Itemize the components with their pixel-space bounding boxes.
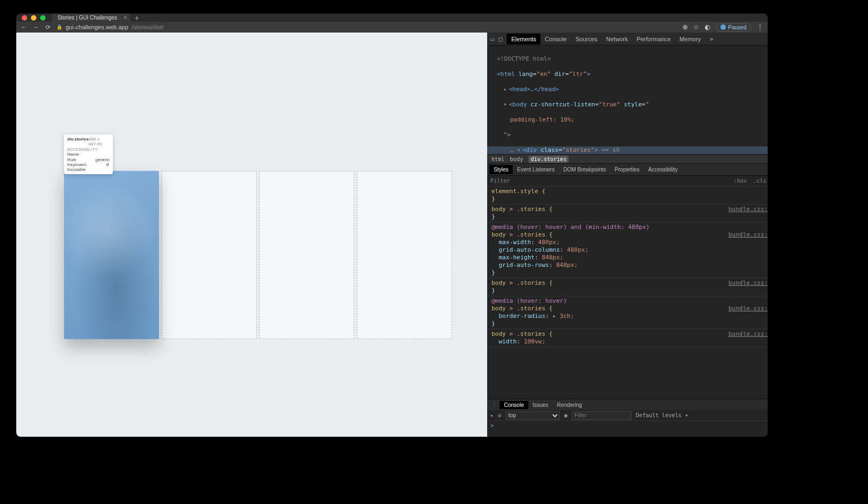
tooltip-row-key: Role [67,157,76,162]
console-sidebar-icon[interactable]: ▸ [490,412,494,418]
console-prompt: > [490,422,494,429]
styles-body: Filter :hov .cls + element.style { }body… [487,176,768,399]
tooltip-section: ACCESSIBILITY [67,148,110,151]
styles-tab-properties[interactable]: Properties [610,165,644,174]
tab-network[interactable]: Network [602,34,632,44]
url-field[interactable]: 🔒 gui-challenges.web.app/stories/dist/ [56,24,677,30]
filter-input[interactable]: Filter [490,177,510,185]
css-rule[interactable]: element.style { } [487,187,768,205]
lock-icon: 🔒 [56,24,62,30]
drawer-tab-rendering[interactable]: Rendering [553,401,586,409]
reload-button[interactable]: ⟳ [44,24,51,31]
tab-elements[interactable]: Elements [507,34,540,44]
close-window[interactable] [22,15,27,21]
maximize-window[interactable] [40,15,46,21]
more-tabs-icon[interactable]: » [710,35,713,43]
console-toolbar: ▸ ⊘ top ◉ Default levels ▾ ⚙ [487,410,768,421]
url-host: gui-challenges.web.app [66,24,129,30]
styles-rules[interactable]: Filter :hov .cls + element.style { }body… [487,176,768,399]
forward-button[interactable]: → [33,24,39,30]
devtools-tabs: Elements Console Sources Network Perform… [507,34,705,44]
stories-container [64,171,452,339]
tooltip-row-key: Name [67,152,79,157]
search-icon[interactable]: ⊕ [682,23,688,31]
element-tooltip: div.stories 480 × 847.99 ACCESSIBILITY N… [64,135,113,174]
tab-memory[interactable]: Memory [675,34,705,44]
css-rule[interactable]: body > .stories {bundle.css:14 width: 10… [487,329,768,347]
drawer-tab-issues[interactable]: Issues [528,401,553,409]
styles-filter-bar: Filter :hov .cls + [487,176,768,187]
close-tab-icon[interactable]: × [124,15,127,21]
profile-pill[interactable]: Paused [716,23,751,31]
hov-toggle[interactable]: :hov [733,177,746,185]
toolbar-right: ⊕ ☆ ◐ Paused ⋮ [682,23,763,31]
tab-console[interactable]: Console [540,34,571,44]
story-card[interactable] [162,171,257,339]
styles-tabs: Styles Event Listeners DOM Breakpoints P… [487,164,768,176]
story-card[interactable] [64,171,159,339]
tooltip-selector: div.stories [67,137,88,146]
styles-tab-listeners[interactable]: Event Listeners [513,165,559,174]
extension-icon[interactable]: ◐ [705,23,710,31]
console-drawer: ⋮ Console Issues Rendering × ▸ ⊘ top ◉ D… [487,399,768,437]
window-controls [22,15,46,21]
dom-line: padding-left: 10%; [510,116,575,123]
crumb[interactable]: body [510,156,523,162]
clear-console-icon[interactable]: ⊘ [498,412,501,418]
styles-tab-a11y[interactable]: Accessibility [644,165,682,174]
menu-icon[interactable]: ⋮ [757,23,763,31]
avatar-icon [720,24,726,30]
device-icon[interactable]: ▢ [499,35,502,43]
address-bar: ← → ⟳ 🔒 gui-challenges.web.app/stories/d… [16,22,768,33]
tooltip-dimensions: 480 × 847.99 [88,137,110,146]
page-viewport: div.stories 480 × 847.99 ACCESSIBILITY N… [16,33,487,437]
eye-icon[interactable]: ◉ [564,412,567,418]
css-rule[interactable]: body > .stories {bundle.css:34 } [487,278,768,296]
cls-toggle[interactable]: .cls [754,177,767,185]
dom-tree[interactable]: <!DOCTYPE html> <html lang="en" dir="ltr… [487,46,768,154]
drawer-kebab-icon[interactable]: ⋮ [489,401,500,409]
dom-line: <!DOCTYPE html> [497,55,551,62]
back-button[interactable]: ← [21,24,27,30]
css-rule[interactable]: body > .stories {bundle.css:49 } [487,205,768,222]
inspect-icon[interactable]: ▭ [490,35,494,43]
paused-label: Paused [728,24,746,30]
tab-sources[interactable]: Sources [571,34,602,44]
tab-title: Stories | GUI Challenges [58,15,117,21]
tooltip-row-key: Keyboard-focusable [67,162,106,172]
console-body[interactable]: > [487,421,768,437]
minimize-window[interactable] [31,15,36,21]
tab-bar: Stories | GUI Challenges × + [16,14,768,22]
styles-tab-breakpoints[interactable]: DOM Breakpoints [559,165,610,174]
css-rule[interactable]: @media (hover: hover) body > .stories {b… [487,296,768,329]
drawer-tabs: ⋮ Console Issues Rendering × [487,399,768,410]
dom-breadcrumb: html body div.stories [487,154,768,164]
context-select[interactable]: top [506,411,560,420]
story-card[interactable] [259,171,354,339]
styles-tab-styles[interactable]: Styles [489,165,513,174]
console-filter-input[interactable] [572,411,631,420]
levels-dropdown[interactable]: Default levels ▾ [636,412,688,418]
devtools-panel: ▭ ▢ Elements Console Sources Network Per… [487,33,768,437]
crumb-selected[interactable]: div.stories [528,156,569,163]
new-tab-button[interactable]: + [135,14,139,22]
browser-tab[interactable]: Stories | GUI Challenges × [52,14,130,22]
crumb[interactable]: html [492,156,505,162]
drawer-tab-console[interactable]: Console [500,401,528,409]
url-path: /stories/dist/ [132,24,164,30]
css-rule[interactable]: @media (hover: hover) and (min-width: 48… [487,222,768,278]
browser-window: Stories | GUI Challenges × + ← → ⟳ 🔒 gui… [16,14,768,437]
devtools-toolbar: ▭ ▢ Elements Console Sources Network Per… [487,33,768,46]
main-area: div.stories 480 × 847.99 ACCESSIBILITY N… [16,33,768,437]
inspect-highlight [64,171,159,339]
tooltip-row-val: generic [95,157,110,162]
tab-performance[interactable]: Performance [632,34,675,44]
star-icon[interactable]: ☆ [693,23,699,31]
story-card[interactable] [357,171,452,339]
tooltip-row-val: ⊘ [106,162,110,172]
